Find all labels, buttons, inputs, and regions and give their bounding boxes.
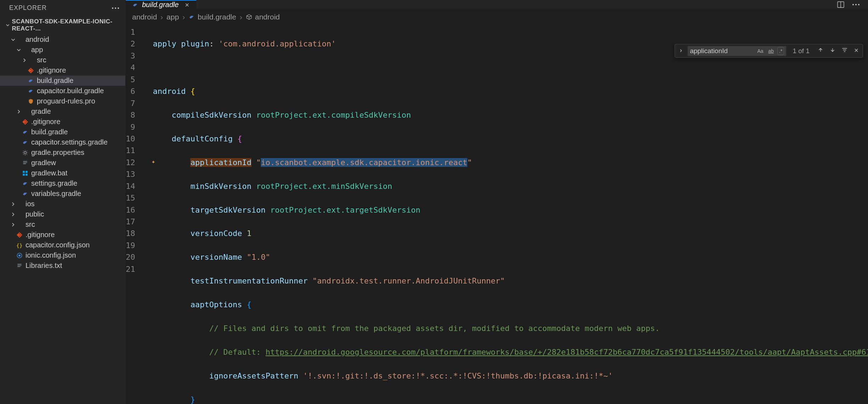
tree-item-public[interactable]: public (0, 209, 125, 219)
explorer-more-icon[interactable] (112, 7, 119, 9)
gradle-icon (22, 180, 28, 187)
chevron-right-icon (16, 108, 22, 115)
line-number: 16 (126, 204, 142, 216)
tree-item-label: gradlew (31, 159, 56, 167)
tab-build-gradle[interactable]: build.gradle (126, 0, 196, 9)
find-input[interactable] (690, 47, 754, 55)
split-editor-icon[interactable] (837, 1, 845, 9)
chevron-right-icon (10, 211, 16, 218)
proguard-icon (28, 98, 34, 105)
svg-point-4 (25, 123, 26, 124)
tree-item-gradlew[interactable]: gradlew (0, 158, 125, 168)
find-prev-icon[interactable] (816, 45, 825, 56)
find-next-icon[interactable] (828, 45, 837, 56)
target-icon (16, 252, 23, 259)
tree-item-label: build.gradle (37, 77, 73, 85)
line-number: 5 (126, 74, 142, 85)
crumb-android[interactable]: android (132, 13, 157, 21)
line-number: 20 (126, 251, 142, 263)
tree-item-build-gradle[interactable]: build.gradle (0, 75, 125, 86)
line-number: 13 (126, 168, 142, 180)
find-expand-icon[interactable] (677, 46, 685, 56)
tree-item-libraries-txt[interactable]: Libraries.txt (0, 260, 125, 271)
code-editor[interactable]: 123456789101112131415161718192021 apply … (126, 25, 868, 404)
line-number: 4 (126, 62, 142, 73)
breadcrumb[interactable]: android › app › build.gradle › android (126, 9, 868, 25)
tree-item-android[interactable]: android (0, 34, 125, 45)
line-number: 12 (126, 157, 142, 168)
windows-icon (22, 170, 28, 176)
regex-toggle[interactable]: .* (777, 47, 784, 55)
editor-pane: build.gradle android › app › build.gradl… (126, 0, 868, 404)
crumb-file[interactable]: build.gradle (188, 13, 236, 21)
tree-item-label: public (26, 210, 44, 218)
git-icon (28, 67, 34, 74)
gradle-icon (22, 129, 28, 135)
tree-item--gitignore[interactable]: .gitignore (0, 230, 125, 240)
svg-rect-8 (26, 171, 28, 173)
line-number: 1 (126, 26, 142, 38)
tree-item-app[interactable]: app (0, 45, 125, 55)
code-content[interactable]: apply plugin: 'com.android.application' … (142, 25, 868, 404)
svg-point-12 (19, 236, 20, 237)
tree-item-label: settings.gradle (31, 179, 77, 187)
tree-item-label: capacitor.settings.gradle (31, 138, 108, 146)
close-icon[interactable] (184, 2, 190, 8)
tree-item-capacitor-build-gradle[interactable]: capacitor.build.gradle (0, 86, 125, 96)
tree-item-proguard-rules-pro[interactable]: proguard-rules.pro (0, 96, 125, 106)
line-numbers: 123456789101112131415161718192021 (126, 25, 142, 404)
gear-icon (22, 150, 28, 156)
tree-item-label: app (31, 46, 43, 54)
tree-item-ios[interactable]: ios (0, 199, 125, 209)
tree-item-build-gradle[interactable]: build.gradle (0, 127, 125, 137)
editor-more-icon[interactable] (852, 1, 859, 9)
find-filter-icon[interactable] (840, 45, 849, 56)
tab-bar: build.gradle (126, 0, 868, 9)
tree-item--gitignore[interactable]: .gitignore (0, 117, 125, 127)
chevron-down-icon (5, 22, 10, 28)
tree-item-capacitor-config-json[interactable]: {}capacitor.config.json (0, 240, 125, 250)
tree-item-ionic-config-json[interactable]: ionic.config.json (0, 250, 125, 260)
project-root[interactable]: SCANBOT-SDK-EXAMPLE-IONIC-REACT-... (0, 16, 125, 34)
tree-item-gradle[interactable]: gradle (0, 106, 125, 117)
tree-item-gradlew-bat[interactable]: gradlew.bat (0, 168, 125, 178)
gradle-icon (28, 78, 34, 84)
gradle-icon (22, 139, 28, 146)
tree-item-gradle-properties[interactable]: gradle.properties (0, 147, 125, 158)
svg-rect-10 (26, 174, 28, 176)
match-word-toggle[interactable]: ab (767, 47, 776, 55)
line-number: 17 (126, 216, 142, 228)
svg-text:{}: {} (16, 242, 23, 248)
tree-item-label: gradle (31, 107, 51, 116)
tree-item-label: src (26, 220, 35, 229)
match-case-toggle[interactable]: Aa (756, 47, 765, 55)
package-icon (246, 14, 252, 20)
tree-item--gitignore[interactable]: .gitignore (0, 65, 125, 75)
find-result-count: 1 of 1 (789, 47, 813, 55)
tree-item-src[interactable]: src (0, 219, 125, 230)
svg-point-6 (24, 151, 27, 154)
line-number: 10 (126, 133, 142, 145)
tree-item-src[interactable]: src (0, 55, 125, 65)
line-number: 14 (126, 180, 142, 192)
tree-item-label: build.gradle (31, 128, 68, 136)
sparkle-icon: ✦ (152, 157, 156, 166)
find-close-icon[interactable] (852, 46, 861, 56)
crumb-app[interactable]: app (167, 13, 179, 21)
tree-item-label: .gitignore (31, 118, 60, 126)
tab-title: build.gradle (142, 1, 179, 9)
line-number: 2 (126, 38, 142, 50)
tree-item-label: src (37, 56, 46, 64)
lines-icon (22, 160, 28, 166)
tree-item-settings-gradle[interactable]: settings.gradle (0, 178, 125, 189)
tree-item-variables-gradle[interactable]: variables.gradle (0, 189, 125, 199)
find-input-container: Aa ab .* (688, 46, 786, 56)
tree-item-capacitor-settings-gradle[interactable]: capacitor.settings.gradle (0, 137, 125, 147)
svg-rect-7 (23, 171, 25, 173)
svg-point-1 (30, 71, 32, 72)
crumb-symbol[interactable]: android (246, 13, 280, 21)
tree-item-label: capacitor.build.gradle (37, 87, 104, 95)
gradle-icon (28, 88, 34, 94)
explorer-sidebar: EXPLORER SCANBOT-SDK-EXAMPLE-IONIC-REACT… (0, 0, 126, 404)
tree-item-label: .gitignore (37, 66, 66, 74)
